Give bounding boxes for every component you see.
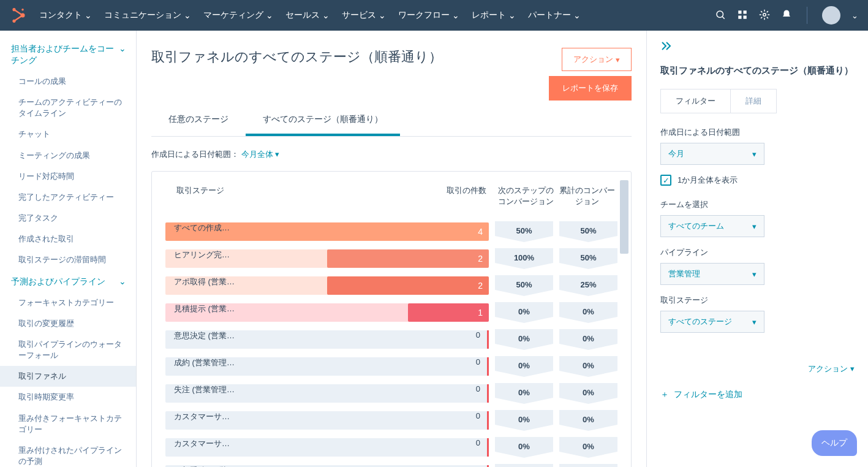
report-tab[interactable]: 任意のステージ: [151, 105, 246, 136]
notification-icon[interactable]: [781, 9, 792, 22]
nav-menu-item[interactable]: ワークフロー⌄: [393, 6, 464, 25]
chevron-down-icon: ⌄: [85, 10, 92, 20]
date-filter-link[interactable]: 今月全体 ▾: [241, 150, 280, 159]
sidebar-item[interactable]: 完了タスク: [0, 208, 136, 229]
svg-rect-7: [744, 10, 747, 13]
sidebar-item[interactable]: フォーキャストカテゴリー: [0, 292, 136, 313]
chevron-down-icon: ⌄: [184, 10, 191, 20]
funnel-row: 成約 (営業管理…00%0%: [165, 356, 617, 377]
tab-filter[interactable]: フィルター: [661, 89, 731, 113]
count-value: 0: [476, 438, 480, 447]
pipeline-select[interactable]: 営業管理▾: [660, 263, 764, 285]
nav-menu-item[interactable]: セールス⌄: [281, 6, 334, 25]
nav-menu-item[interactable]: コンタクト⌄: [34, 6, 97, 25]
sidebar-item[interactable]: チャット: [0, 124, 136, 145]
next-conversion-cell: 0%: [495, 356, 553, 377]
cumulative-conversion-cell: 0%: [559, 302, 617, 323]
sidebar-item[interactable]: 取引ステージの滞留時間: [0, 249, 136, 270]
date-range-select[interactable]: 今月▾: [660, 143, 764, 165]
add-filter-button[interactable]: ＋フィルターを追加: [660, 389, 855, 400]
help-button[interactable]: ヘルプ: [812, 430, 857, 456]
action-button[interactable]: アクション▾: [562, 48, 632, 71]
nav-menu-item[interactable]: マーケティング⌄: [198, 6, 278, 25]
funnel-row: 見積提示 (営業…10%0%: [165, 302, 617, 323]
sidebar-item[interactable]: 取引ファネル: [0, 366, 136, 387]
sidebar-item[interactable]: 完了したアクティビティー: [0, 187, 136, 208]
save-report-button[interactable]: レポートを保存: [549, 76, 632, 101]
date-range-label: 作成日による日付範囲: [660, 127, 855, 138]
caret-down-icon: ▾: [752, 317, 757, 327]
col-header-nextconv: 次のステップのコンバージョン: [495, 185, 556, 207]
team-label: チームを選択: [660, 199, 855, 210]
nav-menu-item[interactable]: レポート⌄: [467, 6, 521, 25]
report-tabs: 任意のステージすべてのステージ（順番通り）: [151, 105, 632, 137]
chevron-down-icon: ⌄: [379, 10, 386, 20]
marketplace-icon[interactable]: [737, 9, 748, 22]
right-panel: 取引ファネルのすべてのステージ（順番通り） フィルター 詳細 作成日による日付範…: [646, 31, 868, 467]
count-value: 0: [476, 330, 480, 340]
chart-scrollbar[interactable]: [620, 180, 628, 254]
stage-label: すべての作成…: [174, 222, 230, 234]
date-filter-line: 作成日による日付範囲： 今月全体 ▾: [151, 149, 632, 160]
report-tab[interactable]: すべてのステージ（順番通り）: [246, 105, 400, 136]
cumulative-conversion-cell: 25%: [559, 275, 617, 296]
team-select[interactable]: すべてのチーム▾: [660, 215, 764, 237]
stage-label: 見積提示 (営業…: [174, 303, 235, 314]
sidebar-section-header[interactable]: 予測およびパイプライン⌄: [0, 271, 136, 292]
col-header-cumconv: 累計のコンバージョン: [556, 185, 617, 207]
next-conversion-cell: 0%: [495, 437, 553, 458]
whole-month-label: 1か月全体を表示: [677, 175, 738, 186]
nav-menu-item[interactable]: サービス⌄: [337, 6, 391, 25]
expand-icon[interactable]: [660, 42, 855, 53]
sidebar-item[interactable]: チームのアクティビティーのタイムライン: [0, 92, 136, 124]
svg-rect-9: [744, 15, 747, 18]
right-action-link[interactable]: アクション ▾: [660, 363, 855, 374]
nav-menu-item[interactable]: パートナー⌄: [523, 6, 586, 25]
stage-select[interactable]: すべてのステージ▾: [660, 311, 764, 333]
sidebar-item[interactable]: ミーティングの成果: [0, 145, 136, 166]
sidebar-item[interactable]: 取引パイプラインのウォーターフォール: [0, 334, 136, 366]
sidebar-item[interactable]: 重み付きフォーキャストカテゴリー: [0, 408, 136, 440]
cumulative-conversion-cell: 0%: [559, 410, 617, 431]
cumulative-conversion-cell: 0%: [559, 437, 617, 458]
funnel-row: ヒアリング完…2100%50%: [165, 248, 617, 269]
cumulative-conversion-cell: 0%: [559, 329, 617, 350]
stage-label: 取引ステージ: [660, 295, 855, 306]
sidebar-item[interactable]: 取引時期変更率: [0, 387, 136, 408]
caret-down-icon: ▾: [616, 55, 620, 64]
stage-label: 失注 (営業管理…: [174, 384, 235, 395]
main-content: 取引ファネルのすべてのステージ（順番通り） アクション▾ レポートを保存 任意の…: [137, 31, 646, 467]
funnel-row: すべての作成…450%50%: [165, 221, 617, 242]
sidebar-item[interactable]: 作成された取引: [0, 229, 136, 249]
nav-menu-item[interactable]: コミュニケーション⌄: [99, 6, 196, 25]
avatar[interactable]: [822, 6, 840, 25]
next-conversion-cell: 50%: [495, 275, 553, 296]
page-title: 取引ファネルのすべてのステージ（順番通り）: [151, 48, 442, 66]
caret-down-icon: ▾: [752, 222, 757, 231]
search-icon[interactable]: [715, 9, 726, 22]
funnel-row: カスタマーサ…00%0%: [165, 410, 617, 431]
svg-line-5: [722, 17, 725, 19]
sidebar-item[interactable]: 重み付けされたパイプラインの予測: [0, 440, 136, 467]
svg-point-10: [763, 13, 766, 16]
settings-icon[interactable]: [759, 9, 770, 22]
col-header-stage: 取引ステージ: [165, 185, 440, 207]
account-chevron-icon[interactable]: ⌄: [851, 11, 858, 20]
hubspot-logo: [10, 7, 27, 24]
sidebar-item[interactable]: コールの成果: [0, 71, 136, 92]
stage-label: カスタマーサ…: [174, 438, 230, 449]
sidebar-item[interactable]: 取引の変更履歴: [0, 313, 136, 334]
sidebar-item[interactable]: リード対応時間: [0, 166, 136, 187]
whole-month-checkbox[interactable]: ✓: [660, 175, 671, 186]
funnel-bar: 1: [408, 303, 489, 322]
caret-down-icon: ▾: [752, 150, 757, 159]
count-value: 0: [476, 411, 480, 420]
tab-detail[interactable]: 詳細: [731, 89, 776, 113]
next-conversion-cell: 0%: [495, 302, 553, 323]
right-panel-tabs: フィルター 詳細: [660, 89, 777, 113]
count-value: 0: [476, 357, 480, 366]
svg-point-4: [717, 11, 723, 18]
svg-point-3: [21, 9, 24, 10]
cumulative-conversion-cell: 0%: [559, 383, 617, 404]
sidebar-section-header[interactable]: 担当者およびチームをコーチング⌄: [0, 38, 136, 71]
